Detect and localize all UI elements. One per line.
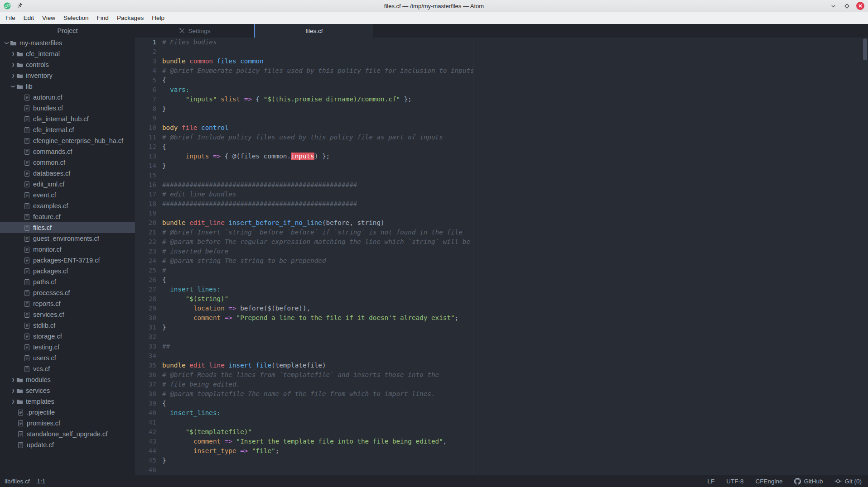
file-icon — [24, 138, 30, 144]
line-text: bundle edit_line insert_file(templatefil… — [162, 361, 326, 370]
status-lf[interactable]: LF — [707, 478, 714, 485]
status-cfengine[interactable]: CFEngine — [755, 478, 782, 485]
tree-item-paths.cf[interactable]: paths.cf — [0, 277, 135, 287]
code-line: 23# inserted before — [135, 247, 868, 256]
line-text: comment => "Prepend a line to the file i… — [162, 313, 458, 323]
tree-item-controls[interactable]: ❯controls — [0, 59, 135, 70]
tree-item-autorun.cf[interactable]: autorun.cf — [0, 92, 135, 103]
tree-item-edit_xml.cf[interactable]: edit_xml.cf — [0, 179, 135, 190]
line-number: 6 — [135, 85, 156, 95]
main-area: Project ❯my-masterfiles❯cfe_internal❯con… — [0, 24, 868, 475]
tree-item-packages-ENT-3719.cf[interactable]: packages-ENT-3719.cf — [0, 255, 135, 266]
tree-item-users.cf[interactable]: users.cf — [0, 353, 135, 363]
file-icon — [17, 431, 24, 438]
tab-settings[interactable]: Settings — [135, 24, 254, 38]
tree-item-packages.cf[interactable]: packages.cf — [0, 266, 135, 277]
status-utf-8[interactable]: UTF-8 — [726, 478, 743, 485]
menu-find[interactable]: Find — [93, 12, 113, 24]
chevron-right-icon[interactable]: ❯ — [10, 388, 16, 393]
tree-item-.projectile[interactable]: .projectile — [0, 407, 135, 418]
tree-item-monitor.cf[interactable]: monitor.cf — [0, 244, 135, 255]
code-line: 30 comment => "Prepend a line to the fil… — [135, 313, 868, 323]
tree-item-modules[interactable]: ❯modules — [0, 374, 135, 385]
line-text: } — [162, 104, 166, 114]
line-number: 35 — [135, 361, 156, 370]
file-icon — [24, 355, 30, 362]
code-line: 2 — [135, 47, 868, 57]
line-number: 10 — [135, 123, 156, 133]
minimize-button[interactable] — [829, 2, 837, 10]
tree-item-label: cfe_internal_hub.cf — [33, 115, 89, 123]
tree-item-reports.cf[interactable]: reports.cf — [0, 298, 135, 309]
file-icon — [24, 311, 30, 318]
code-line: 35bundle edit_line insert_file(templatef… — [135, 361, 868, 370]
tree-item-label: testing.cf — [33, 344, 59, 351]
tree-item-processes.cf[interactable]: processes.cf — [0, 287, 135, 298]
file-icon — [24, 214, 30, 220]
tree-item-feature.cf[interactable]: feature.cf — [0, 211, 135, 222]
chevron-right-icon[interactable]: ❯ — [10, 62, 16, 67]
code-line: 12{ — [135, 142, 868, 152]
tree-item-inventory[interactable]: ❯inventory — [0, 70, 135, 81]
tree-item-commands.cf[interactable]: commands.cf — [0, 146, 135, 157]
tree-item-event.cf[interactable]: event.cf — [0, 190, 135, 201]
line-number: 4 — [135, 66, 156, 76]
code-editor[interactable]: 1# Files bodies23bundle common files_com… — [135, 38, 868, 475]
status-git-0-[interactable]: Git (0) — [834, 477, 862, 485]
tree-item-guest_environments.cf[interactable]: guest_environments.cf — [0, 233, 135, 244]
tree-item-storage.cf[interactable]: storage.cf — [0, 331, 135, 342]
tab-files.cf[interactable]: files.cf — [254, 24, 373, 38]
code-line: 27 insert_lines: — [135, 285, 868, 294]
scrollbar-thumb[interactable] — [863, 38, 867, 60]
menu-help[interactable]: Help — [148, 12, 169, 24]
chevron-right-icon[interactable]: ❯ — [10, 399, 16, 404]
close-button[interactable] — [856, 2, 864, 10]
menu-packages[interactable]: Packages — [113, 12, 148, 24]
tree-item-files.cf[interactable]: files.cf — [0, 222, 135, 233]
tab-label: files.cf — [305, 28, 323, 34]
tree-item-bundles.cf[interactable]: bundles.cf — [0, 103, 135, 114]
tree-item-update.cf[interactable]: update.cf — [0, 439, 135, 450]
tree-item-promises.cf[interactable]: promises.cf — [0, 418, 135, 429]
pin-icon[interactable] — [15, 2, 24, 10]
editor-scrollbar[interactable] — [862, 38, 868, 475]
tree-item-vcs.cf[interactable]: vcs.cf — [0, 363, 135, 374]
file-icon — [24, 366, 30, 372]
tree-item-cfe_internal.cf[interactable]: cfe_internal.cf — [0, 124, 135, 135]
maximize-button[interactable] — [843, 2, 851, 10]
chevron-right-icon[interactable]: ❯ — [10, 73, 16, 78]
tree-item-cfengine_enterprise_hub_ha.cf[interactable]: cfengine_enterprise_hub_ha.cf — [0, 135, 135, 146]
menu-file[interactable]: File — [1, 12, 19, 24]
tree-item-common.cf[interactable]: common.cf — [0, 157, 135, 168]
tree-item-standalone_self_upgrade.cf[interactable]: standalone_self_upgrade.cf — [0, 429, 135, 439]
tree-item-testing.cf[interactable]: testing.cf — [0, 342, 135, 353]
line-number: 33 — [135, 342, 156, 351]
chevron-down-icon[interactable]: ❯ — [11, 83, 15, 90]
line-text: # file being edited. — [162, 380, 240, 389]
file-icon — [24, 116, 30, 123]
status-github[interactable]: GitHub — [794, 478, 823, 485]
tree-item-cfe_internal[interactable]: ❯cfe_internal — [0, 48, 135, 59]
tree-item-cfe_internal_hub.cf[interactable]: cfe_internal_hub.cf — [0, 114, 135, 124]
code-line: 14} — [135, 161, 868, 171]
menu-selection[interactable]: Selection — [59, 12, 93, 24]
menu-edit[interactable]: Edit — [19, 12, 38, 24]
chevron-right-icon[interactable]: ❯ — [10, 52, 16, 56]
tree-item-lib[interactable]: ❯lib — [0, 81, 135, 92]
tree-item-templates[interactable]: ❯templates — [0, 396, 135, 407]
chevron-down-icon[interactable]: ❯ — [5, 40, 9, 46]
tree-item-services[interactable]: ❯services — [0, 385, 135, 396]
code-line: 44 insert_type => "file"; — [135, 446, 868, 456]
tree-item-examples.cf[interactable]: examples.cf — [0, 201, 135, 211]
menu-view[interactable]: View — [38, 12, 59, 24]
code-line: 38# @param templatefile The name of the … — [135, 389, 868, 399]
tree-item-stdlib.cf[interactable]: stdlib.cf — [0, 320, 135, 331]
line-text: # @param templatefile The name of the fi… — [162, 389, 435, 399]
chevron-right-icon[interactable]: ❯ — [10, 377, 16, 382]
line-text: # inserted before — [162, 247, 228, 256]
tree-item-databases.cf[interactable]: databases.cf — [0, 168, 135, 179]
tree-item-my-masterfiles[interactable]: ❯my-masterfiles — [0, 38, 135, 48]
code-line: 37# file being edited. — [135, 380, 868, 389]
tree-item-services.cf[interactable]: services.cf — [0, 309, 135, 320]
status-cursor-position[interactable]: 1:1 — [37, 478, 46, 485]
